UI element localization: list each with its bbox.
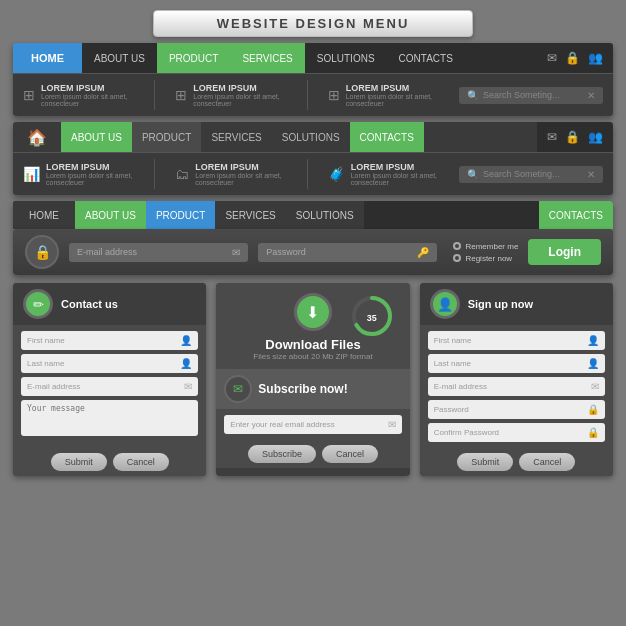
nav-item-services-2[interactable]: SERVICES <box>201 122 271 152</box>
nav-item-aboutus-1[interactable]: ABOUT US <box>82 43 157 73</box>
remember-label: Remember me <box>465 242 518 251</box>
users-icon-1[interactable]: 👥 <box>588 51 603 65</box>
download-header: ⬇ Download Files Files size about 20 Mb … <box>216 283 409 369</box>
grid-icon-3: ⊞ <box>328 87 340 103</box>
mail-icon-2[interactable]: ✉ <box>547 130 557 144</box>
subscribe-body: ✉ <box>216 409 409 440</box>
person-icon-2: 👤 <box>180 358 192 369</box>
contact-title: Contact us <box>61 298 118 310</box>
signup-footer: Submit Cancel <box>420 448 613 476</box>
subscribe-email-input[interactable] <box>230 420 383 429</box>
navbar-3: HOME ABOUT US PRODUCT SERVICES SOLUTIONS… <box>13 201 613 275</box>
download-panel: ⬇ Download Files Files size about 20 Mb … <box>216 283 409 476</box>
nav-item-product-2[interactable]: PRODUCT <box>132 122 201 152</box>
first-name-input[interactable] <box>27 336 176 345</box>
lock-icon-confirm: 🔒 <box>587 427 599 438</box>
lock-icon-3: 🔒 <box>34 244 51 260</box>
nav-items-2: ABOUT US PRODUCT SERVICES SOLUTIONS CONT… <box>61 122 537 152</box>
last-name-input[interactable] <box>27 359 176 368</box>
menu-text-3: LOREM IPSUM Lorem ipsum dolor sit amet, … <box>346 83 439 107</box>
first-name-field: 👤 <box>21 331 198 350</box>
signup-password-input[interactable] <box>434 405 583 414</box>
contact-submit-button[interactable]: Submit <box>51 453 107 471</box>
menu-sub-5: Lorem ipsum dolor sit amet, consecteuer <box>195 172 286 186</box>
nav-item-contacts-1[interactable]: CONTACTS <box>387 43 465 73</box>
separator-3 <box>154 159 155 189</box>
contact-footer: Submit Cancel <box>13 448 206 476</box>
nav-item-services-1[interactable]: SERVICES <box>230 43 304 73</box>
nav-product-3[interactable]: PRODUCT <box>146 201 215 229</box>
login-options: Remember me Register now <box>453 242 518 263</box>
users-icon-2[interactable]: 👥 <box>588 130 603 144</box>
clear-icon-2[interactable]: ✕ <box>587 169 595 180</box>
signup-title: Sign up now <box>468 298 533 310</box>
nav-item-product-1[interactable]: PRODUCT <box>157 43 230 73</box>
signup-confirm-input[interactable] <box>434 428 583 437</box>
navbar-2: 🏠 ABOUT US PRODUCT SERVICES SOLUTIONS CO… <box>13 122 613 195</box>
menu-block-4: 📊 LOREM IPSUM Lorem ipsum dolor sit amet… <box>23 162 134 186</box>
signup-email-input[interactable] <box>434 382 587 391</box>
mail-icon-signup: ✉ <box>591 381 599 392</box>
login-email-input[interactable] <box>77 247 228 257</box>
signup-lastname-input[interactable] <box>434 359 583 368</box>
mail-icon-sub: ✉ <box>233 382 243 396</box>
nav-item-contacts-2[interactable]: CONTACTS <box>350 122 424 152</box>
signup-cancel-button[interactable]: Cancel <box>519 453 575 471</box>
contact-cancel-button[interactable]: Cancel <box>113 453 169 471</box>
radio-register[interactable] <box>453 254 461 262</box>
remember-me[interactable]: Remember me <box>453 242 518 251</box>
menu-block-1: ⊞ LOREM IPSUM Lorem ipsum dolor sit amet… <box>23 83 134 107</box>
nav-home-3[interactable]: HOME <box>13 201 75 229</box>
page-title: WEBSITE DESIGN MENU <box>153 10 473 37</box>
login-password-input[interactable] <box>266 247 413 257</box>
signup-lastname-field: 👤 <box>428 354 605 373</box>
email-contact-field: ✉ <box>21 377 198 396</box>
menu-sub-6: Lorem ipsum dolor sit amet, consecteuer <box>351 172 439 186</box>
lock-circle: 🔒 <box>25 235 59 269</box>
menu-title-5: LOREM IPSUM <box>195 162 286 172</box>
menu-block-6: 🧳 LOREM IPSUM Lorem ipsum dolor sit amet… <box>328 162 439 186</box>
search-input-1[interactable] <box>483 90 583 100</box>
nav-home-icon-2[interactable]: 🏠 <box>13 122 61 152</box>
person-icon-3: 👤 <box>587 335 599 346</box>
subscribe-button[interactable]: Subscribe <box>248 445 316 463</box>
separator-2 <box>307 80 308 110</box>
login-button[interactable]: Login <box>528 239 601 265</box>
navbar-1-bottom: ⊞ LOREM IPSUM Lorem ipsum dolor sit amet… <box>13 73 613 116</box>
email-contact-input[interactable] <box>27 382 180 391</box>
lock-icon-2[interactable]: 🔒 <box>565 130 580 144</box>
contact-panel: ✏ Contact us 👤 👤 ✉ Submit Cancel <box>13 283 206 476</box>
separator-4 <box>307 159 308 189</box>
progress-ring: 35 <box>349 293 395 343</box>
password-field: 🔑 <box>258 243 437 262</box>
folder-icon-1: 🗂 <box>175 166 189 182</box>
nav-item-solutions-2[interactable]: SOLUTIONS <box>272 122 350 152</box>
register-now[interactable]: Register now <box>453 254 518 263</box>
signup-email-field: ✉ <box>428 377 605 396</box>
signup-submit-button[interactable]: Submit <box>457 453 513 471</box>
nav-contacts-3[interactable]: CONTACTS <box>539 201 613 229</box>
nav-aboutus-3[interactable]: ABOUT US <box>75 201 146 229</box>
grid-icon-1: ⊞ <box>23 87 35 103</box>
nav-solutions-3[interactable]: SOLUTIONS <box>286 201 364 229</box>
clear-icon-1[interactable]: ✕ <box>587 90 595 101</box>
nav-home-1[interactable]: HOME <box>13 43 82 73</box>
nav-item-solutions-1[interactable]: SOLUTIONS <box>305 43 387 73</box>
download-cancel-button[interactable]: Cancel <box>322 445 378 463</box>
radio-remember[interactable] <box>453 242 461 250</box>
lock-icon-signup: 🔒 <box>587 404 599 415</box>
mail-icon-1[interactable]: ✉ <box>547 51 557 65</box>
menu-text-6: LOREM IPSUM Lorem ipsum dolor sit amet, … <box>351 162 439 186</box>
bottom-panels: ✏ Contact us 👤 👤 ✉ Submit Cancel <box>13 283 613 476</box>
signup-header: 👤 Sign up now <box>420 283 613 325</box>
nav-services-3[interactable]: SERVICES <box>215 201 285 229</box>
menu-text-2: LOREM IPSUM Lorem ipsum dolor sit amet, … <box>193 83 286 107</box>
message-input[interactable] <box>27 404 192 422</box>
contact-body: 👤 👤 ✉ <box>13 325 206 448</box>
nav-item-aboutus-2[interactable]: ABOUT US <box>61 122 132 152</box>
signup-firstname-input[interactable] <box>434 336 583 345</box>
menu-title-4: LOREM IPSUM <box>46 162 134 172</box>
search-input-2[interactable] <box>483 169 583 179</box>
lock-icon-1[interactable]: 🔒 <box>565 51 580 65</box>
navbar-3-top: HOME ABOUT US PRODUCT SERVICES SOLUTIONS… <box>13 201 613 229</box>
